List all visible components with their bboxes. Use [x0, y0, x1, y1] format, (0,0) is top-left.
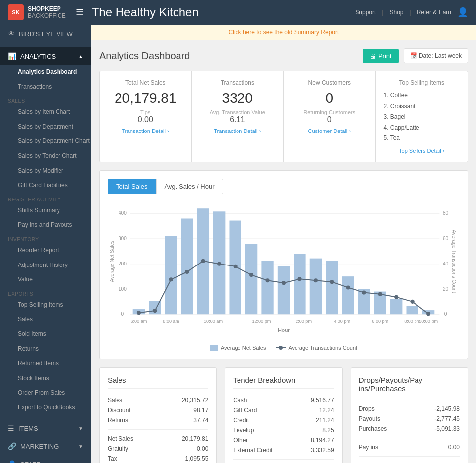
- sidebar-sub-sales-modifier[interactable]: Sales by Modifier: [0, 164, 91, 179]
- logo: SK SHOPKEEP BACKOFFICE: [8, 4, 66, 20]
- tender-section: Tender Breakdown Cash9,516.77 Gift Card1…: [225, 367, 342, 463]
- sidebar-sub-sales-dept-chart[interactable]: Sales by Department Chart: [0, 134, 91, 149]
- svg-text:10:00 pm: 10:00 pm: [419, 319, 438, 324]
- top-seller-1: 1. Coffee: [384, 90, 460, 101]
- svg-point-50: [362, 291, 366, 295]
- summary-cards: Total Net Sales 20,179.81 Tips 0.00 Tran…: [99, 71, 468, 162]
- sidebar-item-items[interactable]: ☰ ITEMS ▼: [0, 419, 91, 437]
- sidebar-sub-order-from-sales[interactable]: Order From Sales: [0, 386, 91, 400]
- sidebar-sub-payins[interactable]: Pay ins and Payouts: [0, 218, 91, 233]
- legend-bar-item: Average Net Sales: [210, 345, 266, 351]
- svg-point-53: [411, 300, 415, 304]
- sidebar-sub-sales-export[interactable]: Sales: [0, 312, 91, 327]
- sidebar-item-marketing[interactable]: 🔗 MARKETING ▼: [0, 437, 91, 455]
- items-icon: ☰: [8, 424, 14, 432]
- support-link[interactable]: Support: [355, 9, 376, 16]
- drops-row-purchases: Purchases-5,091.33: [359, 424, 460, 434]
- chevron-icon: ▼: [78, 444, 83, 449]
- customers-card: New Customers 0 Returning Customers 0 Cu…: [284, 71, 376, 162]
- svg-rect-25: [261, 261, 273, 315]
- sidebar-sub-dashboard[interactable]: Analytics Dashboard: [0, 65, 91, 80]
- svg-rect-28: [310, 259, 322, 315]
- svg-point-36: [137, 311, 141, 315]
- svg-point-39: [185, 270, 189, 274]
- print-button[interactable]: 🖨 Print: [363, 49, 398, 63]
- sidebar-sub-stock[interactable]: Stock Items: [0, 371, 91, 386]
- promo-link[interactable]: Click here to see the old Summary Report: [229, 29, 339, 36]
- chart-section: Total Sales Avg. Sales / Hour 400 300 20…: [99, 170, 468, 359]
- sidebar-sub-sales-item-chart[interactable]: Sales by Item Chart: [0, 105, 91, 120]
- sidebar-sub-adjustment[interactable]: Adjustment History: [0, 258, 91, 273]
- new-customers-value: 0: [292, 90, 367, 106]
- tab-avg-sales[interactable]: Avg. Sales / Hour: [156, 179, 223, 194]
- transactions-card: Transactions 3320 Avg. Transaction Value…: [192, 71, 284, 162]
- page-header: Analytics Dashboard 🖨 Print 📅 Date: Last…: [99, 48, 468, 63]
- top-seller-5: 5. Tea: [384, 133, 460, 144]
- svg-text:80: 80: [443, 210, 449, 216]
- analytics-icon: 📊: [8, 52, 16, 60]
- total-net-sales-label: Total Net Sales: [108, 79, 183, 86]
- tips-value: 0.00: [108, 115, 183, 124]
- sidebar-item-staff[interactable]: 👤 STAFF ▼: [0, 455, 91, 463]
- total-net-sales-card: Total Net Sales 20,179.81 Tips 0.00 Tran…: [100, 71, 192, 162]
- sidebar-sub-returns[interactable]: Returns: [0, 342, 91, 357]
- svg-rect-34: [406, 306, 418, 314]
- top-seller-2: 2. Croissant: [384, 101, 460, 112]
- sales-row-discount: Discount98.17: [108, 405, 208, 415]
- logo-line1: SHOPKEEP: [28, 5, 66, 12]
- sidebar-sub-quickbooks[interactable]: Export to QuickBooks: [0, 400, 91, 415]
- sidebar-item-birds-eye[interactable]: 👁 BIRD'S EYE VIEW: [0, 25, 91, 43]
- svg-text:20: 20: [443, 286, 449, 292]
- sales-title: Sales: [108, 376, 208, 389]
- chart-tabs: Total Sales Avg. Sales / Hour: [108, 179, 460, 194]
- refer-link[interactable]: Refer & Earn: [417, 9, 451, 16]
- svg-text:6:00 pm: 6:00 pm: [372, 319, 388, 324]
- sidebar-sub-sales-tender-chart[interactable]: Sales by Tender Chart: [0, 149, 91, 164]
- transaction-detail-link2[interactable]: Transaction Detail ›: [200, 128, 276, 134]
- svg-text:Average Net Sales: Average Net Sales: [109, 241, 115, 282]
- sidebar-sub-transactions[interactable]: Transactions: [0, 80, 91, 95]
- svg-point-47: [314, 278, 318, 282]
- user-icon[interactable]: 👤: [457, 7, 468, 18]
- promo-bar[interactable]: Click here to see the old Summary Report: [91, 25, 476, 40]
- top-sellers-detail-link[interactable]: Top Sellers Detail ›: [384, 148, 460, 154]
- sidebar-sub-shifts[interactable]: Shifts Summary: [0, 203, 91, 218]
- tender-row-giftcard: Gift Card12.24: [233, 405, 334, 415]
- sidebar-category-exports: EXPORTS: [0, 287, 91, 298]
- tender-title: Tender Breakdown: [233, 376, 334, 389]
- svg-point-54: [426, 312, 430, 316]
- svg-text:0: 0: [121, 311, 124, 317]
- nav-links: Support | Shop | Refer & Earn: [355, 9, 451, 16]
- svg-point-48: [330, 280, 334, 284]
- hamburger-icon[interactable]: ☰: [76, 7, 84, 18]
- sidebar-sub-gift-card[interactable]: Gift Card Liabilities: [0, 178, 91, 193]
- svg-point-38: [169, 277, 173, 281]
- sidebar-sub-returned-items[interactable]: Returned Items: [0, 356, 91, 371]
- svg-text:12:00 pm: 12:00 pm: [252, 319, 271, 324]
- svg-text:10:00 am: 10:00 am: [204, 319, 223, 324]
- sidebar-item-analytics[interactable]: 📊 ANALYTICS ▲: [0, 47, 91, 65]
- legend-line-label: Average Transactions Count: [288, 345, 357, 351]
- sidebar-sub-sales-dept[interactable]: Sales by Department: [0, 120, 91, 134]
- chart-svg: 400 300 200 100 0 Average Net Sales 80 6…: [108, 202, 460, 341]
- sidebar-sub-value[interactable]: Value: [0, 272, 91, 287]
- top-sellers-list: 1. Coffee 2. Croissant 3. Bagel 4. Capp/…: [384, 90, 460, 144]
- top-sellers-card: Top Selling Items 1. Coffee 2. Croissant…: [376, 71, 468, 162]
- tab-total-sales[interactable]: Total Sales: [108, 179, 156, 194]
- sidebar-sub-sold-items[interactable]: Sold Items: [0, 327, 91, 342]
- customer-detail-link[interactable]: Customer Detail ›: [292, 128, 367, 134]
- svg-text:400: 400: [119, 210, 127, 216]
- svg-text:0: 0: [444, 311, 447, 317]
- transaction-detail-link[interactable]: Transaction Detail ›: [108, 128, 183, 134]
- shop-link[interactable]: Shop: [389, 9, 403, 16]
- transactions-label: Transactions: [200, 79, 276, 86]
- svg-text:300: 300: [119, 236, 127, 241]
- sidebar-sub-top-selling[interactable]: Top Selling Items: [0, 298, 91, 313]
- svg-text:6:00 am: 6:00 am: [130, 319, 147, 324]
- date-filter[interactable]: 📅 Date: Last week: [404, 48, 468, 63]
- sidebar-category-inventory: INVENTORY: [0, 233, 91, 243]
- sidebar-sub-reorder[interactable]: Reorder Report: [0, 243, 91, 258]
- svg-point-41: [217, 262, 221, 266]
- returning-value: 0: [292, 115, 367, 124]
- tender-row-cash: Cash9,516.77: [233, 396, 334, 405]
